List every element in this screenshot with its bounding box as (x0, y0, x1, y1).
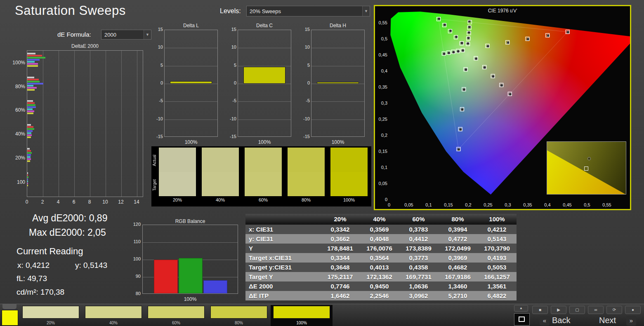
table-row: y: CIE310,36620,40480,44120,47720,5143 (245, 234, 517, 244)
y-tick-label: 110 (131, 239, 141, 244)
y-tick-label: 0,05 (376, 181, 387, 186)
measurement-point (475, 57, 478, 60)
cell: 2,2546 (360, 291, 399, 300)
cie-diagram-panel: CIE 1976 u'v'0,550,50,450,40,350,30,250,… (374, 5, 631, 210)
bar-yellow (27, 113, 33, 114)
gridline (74, 51, 75, 197)
levels-dropdown[interactable]: 20% Sweeps ▼ (246, 6, 370, 16)
bar-blue (27, 106, 36, 108)
table-row: ΔE 20000,77460,94501,06361,34601,3561 (245, 281, 517, 291)
back-chevron-icon[interactable]: « (540, 316, 550, 326)
chart-title: RGB Balance (142, 218, 238, 224)
bar-green (27, 57, 45, 59)
pattern-tab-80%[interactable]: 80% (208, 305, 270, 326)
back-button[interactable]: Back (552, 316, 585, 326)
row-label: ΔE ITP (245, 291, 321, 300)
pattern-tab-40%[interactable]: 40% (83, 305, 144, 326)
de-formula-dropdown[interactable]: 2000 ▼ (101, 30, 151, 40)
bar-magenta (27, 87, 37, 89)
chart-title: Delta C (238, 23, 291, 28)
current-x-value: x: 0,4212 (17, 261, 50, 270)
delta_l-plot-area (164, 30, 218, 137)
chevron-down-icon: ▼ (362, 6, 370, 16)
pattern-tab-20%[interactable]: 20% (20, 305, 82, 326)
measurement-point (460, 42, 463, 45)
gridline (311, 66, 364, 66)
bar-magenta (27, 134, 32, 136)
y-tick-label: 10 (156, 45, 163, 49)
table-row: Target x:CIE310,33440,35640,37730,39690,… (245, 253, 517, 263)
table-row: Target Y175,2117172,1362169,7731167,9186… (245, 272, 517, 281)
pattern-tab-60%[interactable]: 60% (145, 305, 207, 326)
pattern-button[interactable]: ▢ (569, 306, 585, 314)
panel-collapse-tab[interactable] (2, 304, 17, 309)
next-chevron-icon[interactable]: » (626, 316, 636, 326)
target-swatch-100% (330, 172, 368, 196)
table-row: x: CIE310,33420,35690,37830,39940,4212 (245, 225, 517, 234)
status-button[interactable]: ● (625, 306, 641, 314)
y-tick-label: 0,45 (376, 52, 387, 57)
bar-blue (27, 83, 43, 84)
y-tick-label: 5 (229, 63, 236, 68)
y-tick-label: 0,2 (376, 133, 387, 138)
bar-green (27, 81, 40, 82)
bar-magenta (27, 183, 28, 184)
next-button[interactable]: Next (599, 316, 624, 326)
stop-button[interactable]: ■ (532, 306, 548, 314)
gridline (311, 48, 364, 48)
measurement-point (459, 128, 462, 131)
cell: 0,9450 (360, 281, 399, 291)
tab-swatch (85, 306, 142, 319)
bar-red (27, 79, 39, 80)
play-button[interactable]: ▶ (551, 306, 566, 314)
bar-green (27, 128, 34, 130)
row-label (245, 214, 321, 225)
cell: 0,4682 (438, 263, 477, 272)
cell: 0,3564 (360, 253, 399, 263)
value-bar (170, 81, 212, 84)
gridline (165, 66, 217, 66)
cell: 0,3648 (321, 263, 360, 272)
bar-white (27, 77, 34, 78)
current-color-swatch (2, 310, 18, 326)
y-tick-label: 10 (229, 45, 236, 49)
gridline (238, 84, 291, 84)
cell: 0,3342 (321, 225, 360, 234)
y-tick-label: 20% (10, 155, 25, 160)
refresh-button[interactable]: ⟳ (606, 306, 622, 314)
target-swatch-80% (288, 172, 325, 196)
x-tick-label: 14 (132, 199, 142, 204)
gridline (311, 101, 364, 102)
expand-button[interactable]: ▲ (514, 305, 528, 312)
bottom-bar: 20%40%60%80%100%▲■▶▢∞⟳●«BackNext» (0, 304, 644, 326)
x-tick-label: 10 (100, 199, 110, 204)
bar-cyan (27, 85, 33, 87)
bar-blue (27, 59, 40, 61)
cell: 0,3994 (438, 225, 477, 234)
cell: 0,5143 (477, 234, 517, 244)
current-y-value: y: 0,5143 (75, 261, 107, 270)
pattern-window-button[interactable] (514, 313, 530, 326)
cell: 0,7746 (321, 281, 360, 291)
y-tick-label: -5 (303, 98, 310, 103)
cell: 0,4013 (360, 263, 399, 272)
cell: 166,1257 (477, 272, 517, 281)
row-label: Target x:CIE31 (245, 253, 321, 263)
x-tick-label: 0 (22, 199, 32, 204)
measurement-point (509, 93, 512, 96)
cell: 172,0499 (438, 244, 477, 253)
x-tick-label: 100% (142, 296, 238, 301)
pattern-tab-100%[interactable]: 100% (271, 305, 333, 326)
measurement-point (462, 88, 465, 91)
y-tick-label: 0 (156, 80, 163, 85)
cell: 0,4193 (477, 253, 517, 263)
y-tick-label: 0,5 (376, 36, 387, 41)
bar-red (27, 102, 35, 104)
cell: 0,3662 (321, 234, 360, 244)
measurement-point (449, 29, 452, 32)
measurement-point (465, 68, 467, 71)
x-tick-label: 100% (238, 139, 291, 144)
y-tick-label: 15 (303, 27, 310, 32)
loop-button[interactable]: ∞ (588, 306, 604, 314)
y-tick-label: 0,35 (376, 84, 387, 89)
